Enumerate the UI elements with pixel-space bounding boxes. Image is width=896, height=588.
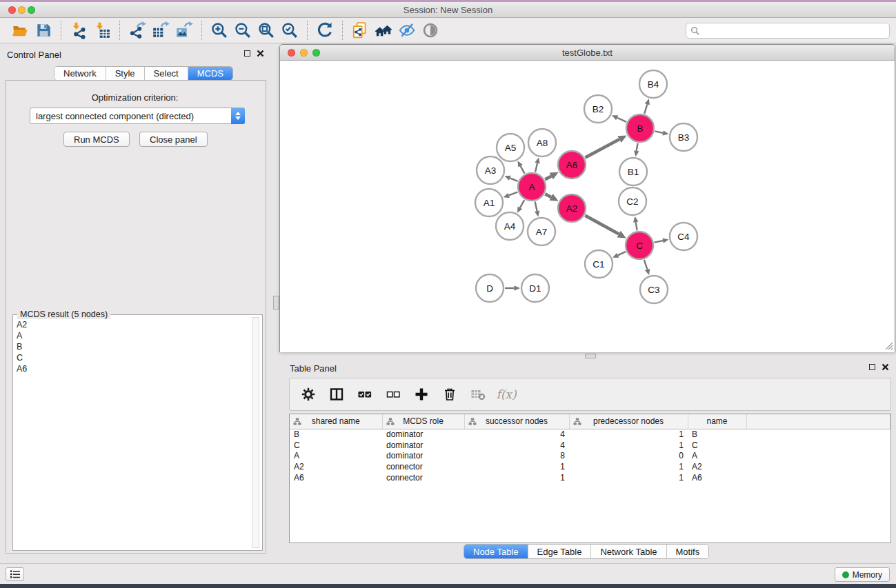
graph-edge-C-C4[interactable] [655, 241, 664, 243]
table-panel: Table Panel [280, 357, 896, 563]
graph-edge-B-B4[interactable] [644, 104, 647, 114]
mcds-result-item[interactable]: C [14, 352, 250, 363]
table-row[interactable]: Cdominator41C [290, 440, 890, 451]
column-header-MCDS-role[interactable]: MCDS role [382, 414, 464, 429]
graph-edge-A6-B[interactable] [585, 139, 619, 158]
refresh-button[interactable] [313, 20, 337, 41]
table-row[interactable]: A6connector11A6 [290, 472, 890, 483]
show-grouped-button[interactable] [419, 20, 442, 41]
search-input[interactable] [699, 26, 885, 37]
import-table-button[interactable] [90, 20, 114, 41]
graph-edge-A-A8[interactable] [535, 163, 537, 172]
toolbar-separator [61, 21, 61, 40]
graph-edge-A-A3[interactable] [510, 178, 517, 181]
network-graph-canvas[interactable]: AA1A2A3A4A5A6A7A8BB1B2B3B4CC1C2C3C4DD1 [280, 61, 895, 352]
zoom-selected-button[interactable] [278, 20, 301, 41]
show-panels-button[interactable] [6, 567, 24, 581]
tab-mcds[interactable]: MCDS [188, 67, 232, 80]
table-settings-button[interactable] [300, 386, 317, 403]
table-row[interactable]: Adominator80A [290, 451, 890, 462]
table-row[interactable]: A2connector11A2 [290, 461, 890, 472]
graph-edge-A2-C[interactable] [585, 216, 619, 234]
export-image-button[interactable] [172, 20, 196, 41]
hide-selection-button[interactable] [395, 20, 419, 41]
table-row[interactable]: Bdominator41B [290, 429, 890, 440]
column-header-predecessor-nodes[interactable]: predecessor nodes [569, 414, 688, 429]
close-panel-icon[interactable] [257, 50, 264, 57]
dropdown-stepper-icon [231, 108, 245, 124]
select-all-button[interactable] [357, 386, 373, 403]
open-session-button[interactable] [8, 20, 32, 41]
checked-boxes-icon [357, 387, 372, 402]
table-cell: 1 [464, 461, 569, 472]
graph-edge-C-C3[interactable] [644, 260, 648, 270]
zoom-fit-button[interactable] [255, 20, 278, 41]
graph-edge-A-A5[interactable] [521, 166, 525, 174]
attribute-icon [468, 418, 477, 425]
float-panel-icon[interactable] [869, 364, 875, 370]
mcds-result-item[interactable]: B [14, 341, 250, 352]
memory-button[interactable]: Memory [835, 567, 890, 582]
graph-edge-B-B2[interactable] [617, 118, 626, 122]
export-network-button[interactable] [126, 20, 149, 41]
graph-edge-arrowhead [662, 130, 668, 135]
show-column-button[interactable] [328, 386, 345, 403]
graph-node-label: C4 [677, 232, 690, 242]
memory-status-icon [842, 571, 849, 578]
export-table-button[interactable] [149, 20, 172, 41]
network-view-window: testGlobe.txt AA1A2A3A4A5A6A7A8BB1B2B3B4… [279, 44, 895, 352]
graph-edge-A-A4[interactable] [520, 200, 524, 207]
graph-edge-A-A7[interactable] [535, 202, 537, 212]
deselect-all-button[interactable] [385, 386, 401, 403]
column-header-shared-name[interactable]: shared name [290, 414, 382, 429]
graph-edge-C-C1[interactable] [618, 252, 626, 255]
column-header-successor-nodes[interactable]: successor nodes [464, 414, 569, 429]
graph-node-label: A [528, 182, 535, 192]
search-field[interactable] [686, 23, 890, 39]
graph-edge-A-A6[interactable] [545, 176, 551, 179]
table-cell: 0 [569, 451, 688, 462]
show-all-networks-button[interactable] [372, 20, 395, 41]
graph-edge-A-A2[interactable] [545, 194, 551, 197]
import-network-button[interactable] [67, 20, 90, 41]
window-resize-grip[interactable] [884, 341, 893, 350]
tab-edge-table[interactable]: Edge Table [528, 545, 592, 558]
zoom-fit-icon [257, 21, 275, 39]
clone-network-button[interactable] [348, 20, 372, 41]
mcds-result-item[interactable]: A2 [14, 319, 250, 330]
close-panel-button[interactable]: Close panel [139, 132, 208, 147]
column-header-label: MCDS role [403, 416, 444, 426]
toolbar-separator [342, 21, 343, 40]
zoom-in-button[interactable] [208, 20, 231, 41]
optimization-criterion-dropdown[interactable]: largest connected component (directed) [30, 108, 245, 124]
column-header-name[interactable]: name [688, 414, 746, 429]
mcds-result-scrollbar[interactable] [252, 317, 259, 548]
add-column-button[interactable] [413, 386, 430, 403]
graph-edge-A-A1[interactable] [509, 192, 518, 196]
vertical-splitter-handle[interactable] [273, 296, 279, 310]
tab-network-table[interactable]: Network Table [591, 545, 666, 558]
graph-edge-arrowhead [535, 210, 539, 216]
delete-table-button-disabled [470, 386, 486, 403]
mcds-result-title: MCDS result (5 nodes) [17, 310, 110, 319]
tab-network[interactable]: Network [54, 67, 106, 80]
mcds-result-item[interactable]: A6 [14, 363, 250, 374]
table-toolbar: f(x) [289, 378, 891, 411]
save-session-button[interactable] [32, 20, 55, 41]
delete-column-button[interactable] [441, 386, 458, 403]
tab-node-table[interactable]: Node Table [464, 545, 528, 558]
graph-node-label: A5 [505, 143, 517, 153]
tab-style[interactable]: Style [106, 67, 145, 80]
tab-motifs[interactable]: Motifs [667, 545, 709, 558]
network-window-titlebar[interactable]: testGlobe.txt [280, 45, 895, 61]
float-panel-icon[interactable] [244, 50, 250, 57]
run-mcds-button[interactable]: Run MCDS [63, 132, 130, 147]
tab-select[interactable]: Select [145, 67, 188, 80]
zoom-out-button[interactable] [231, 20, 255, 41]
mcds-result-item[interactable]: A [14, 330, 250, 341]
graph-edge-C-C2[interactable] [636, 222, 637, 230]
list-icon [10, 570, 20, 578]
close-panel-icon[interactable] [882, 363, 889, 371]
graph-edge-B-B1[interactable] [637, 143, 638, 151]
graph-edge-B-B3[interactable] [655, 131, 664, 132]
